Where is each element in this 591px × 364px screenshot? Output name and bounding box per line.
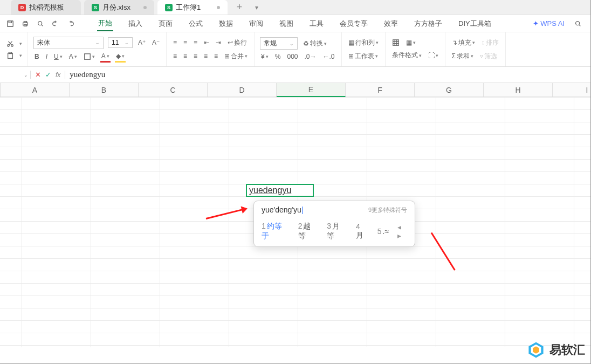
font-name-select[interactable]: 宋体⌄ — [33, 37, 104, 49]
sort-button[interactable]: ↕ 排序 — [480, 37, 500, 49]
strike-button[interactable]: A▾ — [68, 52, 78, 61]
redo-icon[interactable] — [66, 19, 75, 29]
fx-icon[interactable]: fx — [56, 71, 60, 79]
cells-area[interactable]: yuedengyu yue'deng'yu 9更多特殊符号 1约等于 2越等 3… — [0, 97, 590, 347]
border-button[interactable]: ▾ — [83, 52, 96, 61]
menu-member[interactable]: 会员专享 — [339, 17, 369, 31]
ime-pager[interactable]: ◂ ▸ — [397, 223, 407, 240]
worksheet-button[interactable]: ⊞ 工作表▾ — [347, 51, 379, 62]
tab-file-2[interactable]: S 工作簿1 — [157, 0, 228, 15]
ime-candidate-popup: yue'deng'yu 9更多特殊符号 1约等于 2越等 3月等 4月 5.≈ … — [253, 201, 415, 247]
logo-icon — [527, 341, 545, 359]
underline-button[interactable]: U▾ — [53, 52, 64, 61]
print-icon[interactable] — [20, 19, 30, 29]
comma-icon[interactable]: 000 — [286, 52, 299, 61]
align-middle-icon[interactable]: ≡ — [182, 38, 188, 47]
align-right-icon[interactable]: ≡ — [193, 51, 198, 61]
modified-dot-icon — [217, 6, 220, 9]
add-tab-button[interactable]: + — [231, 0, 248, 15]
menu-review[interactable]: 审阅 — [248, 17, 264, 31]
fill-color-button[interactable]: ◆▾ — [115, 51, 126, 63]
ime-cand-2[interactable]: 2越等 — [298, 222, 319, 241]
menu-view[interactable]: 视图 — [278, 17, 294, 31]
italic-button[interactable]: I — [45, 52, 49, 61]
bold-button[interactable]: B — [33, 52, 40, 61]
wrap-button[interactable]: ↩ 换行 — [226, 37, 248, 49]
number-format-select[interactable]: 常规⌄ — [260, 37, 298, 50]
convert-button[interactable]: ♻ 转换▾ — [302, 38, 328, 49]
tab-label: 月份.xlsx — [102, 3, 130, 12]
menu-page[interactable]: 页面 — [157, 17, 174, 31]
save-icon[interactable] — [5, 19, 15, 29]
svg-rect-1 — [9, 20, 11, 23]
name-box[interactable]: ⌄ — [4, 72, 30, 78]
percent-icon[interactable]: % — [274, 52, 282, 61]
cancel-icon[interactable]: ✕ — [35, 71, 41, 79]
dec-inc-icon[interactable]: .0→ — [304, 52, 318, 61]
decrease-font-icon[interactable]: A⁻ — [151, 38, 161, 47]
filter-button[interactable]: ▿ 筛选 — [479, 51, 498, 62]
watermark-logo: 易软汇 — [527, 341, 585, 359]
wps-ai-button[interactable]: ✦ WPS AI — [533, 19, 565, 28]
formula-input[interactable]: yuedengyu — [65, 70, 586, 79]
currency-icon[interactable]: ¥▾ — [260, 52, 270, 61]
align-top-icon[interactable]: ≡ — [172, 38, 178, 47]
menu-formula[interactable]: 公式 — [188, 17, 204, 31]
menu-tools[interactable]: 工具 — [308, 17, 325, 31]
cond-format-button[interactable]: 条件格式▾ — [391, 50, 423, 61]
search-icon[interactable] — [573, 19, 583, 29]
col-header-g[interactable]: G — [415, 83, 484, 97]
preview-icon[interactable] — [36, 19, 45, 29]
menu-ffgz[interactable]: 方方格子 — [413, 17, 443, 31]
confirm-icon[interactable]: ✓ — [45, 71, 51, 79]
menu-diy[interactable]: DIY工具箱 — [457, 17, 492, 31]
ime-cand-1[interactable]: 1约等于 — [262, 222, 290, 241]
clipboard-group: ▾ ▾ — [0, 32, 28, 66]
align-bottom-icon[interactable]: ≡ — [193, 38, 198, 47]
col-header-h[interactable]: H — [484, 83, 553, 97]
font-group: 宋体⌄ 11⌄ A⁺ A⁻ B I U▾ A▾ ▾ A▾ ◆▾ — [28, 32, 167, 66]
dec-dec-icon[interactable]: ←.0 — [322, 52, 336, 61]
col-header-f[interactable]: F — [346, 83, 415, 97]
col-header-i[interactable]: I — [553, 83, 590, 97]
menu-data[interactable]: 数据 — [218, 17, 234, 31]
font-color-button[interactable]: A▾ — [100, 51, 111, 63]
merge-button[interactable]: ⊞ 合并▾ — [223, 51, 249, 62]
ime-cand-5[interactable]: 5.≈ — [377, 227, 389, 236]
col-header-a[interactable]: A — [1, 83, 70, 97]
menu-bar: 开始 插入 页面 公式 数据 审阅 视图 工具 会员专享 效率 方方格子 DIY… — [0, 15, 590, 32]
tab-list-button[interactable]: ▾ — [248, 0, 265, 15]
indent-inc-icon[interactable]: ⇥ — [215, 38, 222, 47]
menu-efficiency[interactable]: 效率 — [383, 17, 399, 31]
col-header-e[interactable]: E — [277, 83, 346, 97]
distribute-icon[interactable]: ≡ — [213, 51, 219, 61]
menu-insert[interactable]: 插入 — [127, 17, 143, 31]
tab-label: 找稻壳模板 — [29, 3, 64, 12]
justify-icon[interactable]: ≡ — [203, 51, 209, 61]
menu-start[interactable]: 开始 — [97, 16, 113, 31]
paste-icon[interactable] — [5, 51, 15, 60]
col-header-d[interactable]: D — [208, 83, 277, 97]
rowcol-button[interactable]: ▦ 行和列▾ — [347, 37, 380, 49]
active-cell-editor[interactable]: yuedengyu — [246, 184, 314, 197]
ime-hint[interactable]: 9更多特殊符号 — [368, 206, 407, 214]
col-header-c[interactable]: C — [139, 83, 208, 97]
ime-cand-3[interactable]: 3月等 — [327, 222, 347, 241]
tab-templates[interactable]: D 找稻壳模板 — [11, 0, 81, 15]
undo-icon[interactable] — [51, 19, 60, 29]
increase-font-icon[interactable]: A⁺ — [137, 38, 147, 47]
tab-file-1[interactable]: S 月份.xlsx — [84, 0, 154, 15]
cut-icon[interactable] — [5, 39, 15, 49]
expand-icon[interactable]: ⛶▾ — [427, 51, 439, 60]
indent-dec-icon[interactable]: ⇤ — [203, 38, 210, 47]
main-menu: 开始 插入 页面 公式 数据 审阅 视图 工具 会员专享 效率 方方格子 DIY… — [97, 15, 492, 32]
cell-style-icon[interactable]: ▦▾ — [405, 38, 417, 47]
table-style-icon[interactable] — [391, 38, 401, 47]
ime-cand-4[interactable]: 4月 — [356, 222, 369, 241]
sum-button[interactable]: Σ 求和▾ — [451, 51, 475, 62]
align-center-icon[interactable]: ≡ — [182, 51, 188, 61]
align-left-icon[interactable]: ≡ — [172, 51, 178, 61]
col-header-b[interactable]: B — [70, 83, 139, 97]
fill-button[interactable]: ↴ 填充▾ — [451, 37, 476, 49]
font-size-select[interactable]: 11⌄ — [108, 37, 133, 48]
